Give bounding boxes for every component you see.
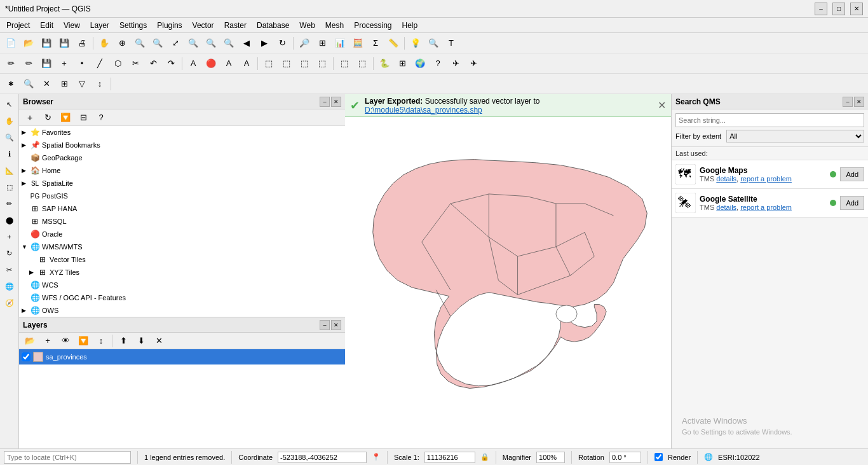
browser-filter-btn[interactable]: 🔽 [57,109,74,126]
browser-item-vector-tiles[interactable]: ⊞ Vector Tiles [19,253,345,266]
zoom-out-button[interactable]: 🔍 [149,35,166,52]
tool-globe2[interactable]: 🌐 [2,279,17,294]
zoom-to-selection-button[interactable]: 🔍 [203,35,219,52]
layer-up-btn[interactable]: ⬆ [115,333,132,349]
invert-sel-button[interactable]: ⊞ [56,76,72,92]
statistics-button[interactable]: 📊 [332,35,348,52]
menu-view[interactable]: View [60,20,84,31]
layers-close-btn[interactable]: ✕ [331,320,341,330]
menu-web[interactable]: Web [295,20,318,31]
menu-help[interactable]: Help [398,20,422,31]
browser-close-btn[interactable]: ✕ [331,97,341,107]
label-button[interactable]: A [185,55,201,72]
redo-button[interactable]: ↷ [163,55,179,72]
browser-item-bookmarks[interactable]: ▶ 📌 Spatial Bookmarks [19,139,345,151]
deselect-all-button[interactable]: ✕ [38,76,55,92]
browser-help-btn[interactable]: ? [93,109,109,126]
browser-item-oracle[interactable]: 🔴 Oracle [19,228,345,240]
select5-button[interactable]: ⬚ [354,55,370,72]
browser-item-spatialite[interactable]: ▶ SL SpatiaLite [19,177,345,190]
measure-button[interactable]: 📏 [385,35,402,52]
qms-filter-select[interactable]: All [726,130,864,142]
coordinate-input[interactable] [278,452,367,463]
menu-layer[interactable]: Layer [86,20,113,31]
tool-cursor[interactable]: ↖ [2,97,17,112]
qms-minimize-btn[interactable]: – [843,97,853,107]
minimize-button[interactable]: – [815,3,827,15]
menu-plugins[interactable]: Plugins [153,20,186,31]
zoom-last-button[interactable]: ◀ [238,35,255,52]
diagram-button[interactable]: 🔴 [203,55,219,72]
plugin1-button[interactable]: 🐍 [376,55,393,72]
layer-down-btn[interactable]: ⬇ [133,333,149,349]
zoom-in-button[interactable]: 🔍 [132,35,148,52]
menu-edit[interactable]: Edit [36,20,57,31]
qms-add-google-satellite-btn[interactable]: Add [840,196,864,210]
browser-collapse-btn[interactable]: ⊟ [75,109,92,126]
move-button[interactable]: ↕ [92,76,108,92]
calculator-button[interactable]: 🧮 [349,35,366,52]
close-button[interactable]: ✕ [850,3,863,15]
plugin5-button[interactable]: ✈ [465,55,482,72]
print-layout-button[interactable]: 🖨 [74,35,90,52]
zoom-next-button[interactable]: ▶ [256,35,273,52]
filter-button[interactable]: ▽ [74,76,90,92]
select2-button[interactable]: ⬚ [278,55,295,72]
browser-item-wcs[interactable]: 🌐 WCS [19,279,345,291]
layer-visible-btn[interactable]: 👁 [57,333,74,349]
maximize-button[interactable]: □ [832,3,845,15]
save-project-button[interactable]: 💾 [38,35,55,52]
menu-settings[interactable]: Settings [116,20,151,31]
help-button[interactable]: ? [430,55,446,72]
browser-item-xyz-tiles[interactable]: ▶ ⊞ XYZ Tiles [19,266,345,279]
tool-identify2[interactable]: ℹ [2,146,17,162]
browser-item-postgis[interactable]: PG PostGIS [19,190,345,202]
label-2-button[interactable]: A [220,55,237,72]
tool-edit2[interactable]: ✏ [2,196,17,211]
select4-button[interactable]: ⬚ [314,55,330,72]
select-all-button[interactable]: 🔍 [20,76,37,92]
refresh-button[interactable]: ↻ [274,35,290,52]
menu-raster[interactable]: Raster [220,20,250,31]
zoom-full-button[interactable]: 🔍 [220,35,237,52]
browser-item-home[interactable]: ▶ 🏠 Home [19,164,345,177]
browser-minimize-btn[interactable]: – [320,97,330,107]
menu-project[interactable]: Project [3,20,34,31]
layer-open-btn[interactable]: 📂 [22,333,38,349]
digitize-point-button[interactable]: • [74,55,90,72]
digitize-line-button[interactable]: ╱ [92,55,108,72]
layer-checkbox-sa-provinces[interactable] [22,352,31,361]
magnifier-input[interactable] [536,452,565,463]
identify-button[interactable]: 🔎 [296,35,313,52]
label-3-button[interactable]: A [238,55,255,72]
browser-item-wmswmts[interactable]: ▼ 🌐 WMS/WMTS [19,240,345,253]
notification-link[interactable]: D:\module5\data\sa_provinces.shp [365,106,482,115]
save-edits-button[interactable]: 💾 [38,55,55,72]
browser-item-favorites[interactable]: ▶ ⭐ Favorites [19,126,345,139]
open-project-button[interactable]: 📂 [20,35,37,52]
browser-add-btn[interactable]: + [22,109,38,126]
browser-item-ows[interactable]: ▶ 🌐 OWS [19,304,345,317]
layers-minimize-btn[interactable]: – [320,320,330,330]
qms-details-google-maps[interactable]: details [716,175,736,183]
locate-input[interactable] [4,451,131,464]
map-canvas[interactable] [345,94,671,448]
tool-pan2[interactable]: ✋ [2,113,17,128]
text-tool-button[interactable]: T [443,35,459,52]
digitize-poly-button[interactable]: ⬡ [109,55,126,72]
new-project-button[interactable]: 📄 [3,35,19,52]
delete-feature-button[interactable]: ✂ [127,55,144,72]
tool-add-feature[interactable]: + [2,229,17,244]
notification-close-btn[interactable]: ✕ [658,99,666,111]
qms-details-google-satellite[interactable]: details [716,204,736,211]
select3-button[interactable]: ⬚ [296,55,313,72]
deselect-button[interactable]: ⬚ [336,55,353,72]
edit-layer-button[interactable]: ✏ [20,55,37,72]
zoom-to-layer-button[interactable]: 🔍 [185,35,201,52]
menu-processing[interactable]: Processing [350,20,395,31]
tool-rotate[interactable]: ↻ [2,246,17,261]
browser-item-mssql[interactable]: ⊞ MSSQL [19,215,345,228]
browser-item-geopackage[interactable]: 📦 GeoPackage [19,151,345,164]
scale-input[interactable] [424,452,475,463]
plugin4-button[interactable]: ✈ [447,55,464,72]
